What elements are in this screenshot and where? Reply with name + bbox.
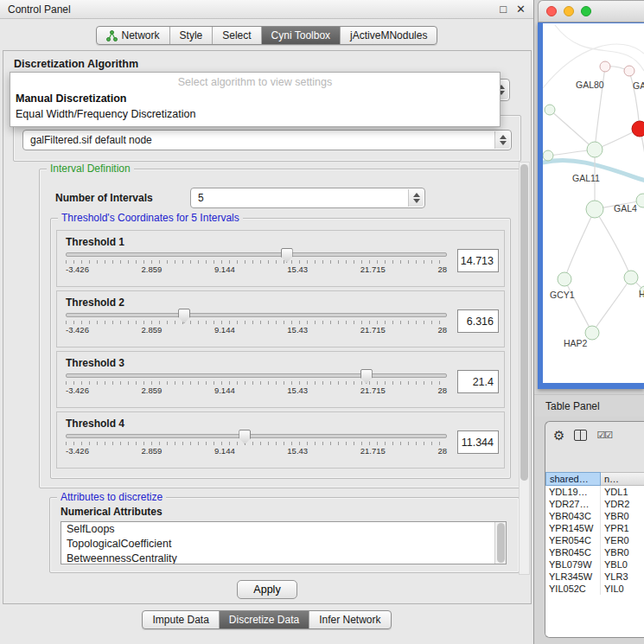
cell-shared-name[interactable]: YLR345W [545,571,601,583]
threshold-4-value-field[interactable]: 11.344 [457,430,499,454]
slider-scale: -3.426 2.859 9.144 15.43 21.715 28 [66,325,447,335]
threshold-3-panel: Threshold 3 -3.426 2.859 9.144 15.43 [56,351,505,408]
network-canvas[interactable]: GAL80 GA GAL11 GAL4 GCY1 HAP2 H [543,23,644,383]
network-node[interactable] [543,150,553,161]
column-header-name[interactable]: n… [601,472,644,486]
table-row[interactable]: YER054C YER0 [545,534,644,546]
network-node[interactable] [636,194,644,207]
zoom-button[interactable] [581,6,591,16]
slider-ticks [66,381,447,385]
tab-cyni-toolbox[interactable]: Cyni Toolbox [261,27,340,44]
network-node[interactable] [586,201,603,218]
scale-label: 21.715 [360,386,386,395]
cell-shared-name[interactable]: YBR045C [545,546,601,558]
network-node[interactable] [558,272,571,286]
tab-jactivemnodules-label: jActiveMNodules [350,29,427,41]
threshold-2-slider[interactable]: -3.426 2.859 9.144 15.43 21.715 28 [66,313,447,335]
cell-name[interactable]: YBR0 [601,510,644,522]
close-icon[interactable]: ✕ [516,3,526,15]
cell-shared-name[interactable]: YDL19… [545,486,601,498]
table-row[interactable]: YPR145W YPR1 [545,522,644,534]
threshold-1-value-field[interactable]: 14.713 [457,249,499,272]
tab-jactivemnodules[interactable]: jActiveMNodules [340,27,437,44]
cell-shared-name[interactable]: YER054C [545,534,601,546]
cell-name[interactable]: YBL0 [601,558,644,571]
list-scrollbar-thumb[interactable] [497,523,505,563]
table-row[interactable]: YDL19… YDL1 [545,486,644,498]
list-item[interactable]: SelfLoops [61,522,506,537]
table-row[interactable]: YBL079W YBL0 [545,558,644,571]
slider-scale: -3.426 2.859 9.144 15.43 21.715 28 [66,446,447,456]
close-button[interactable] [546,6,557,16]
threshold-1-slider[interactable]: -3.426 2.859 9.144 15.43 21.715 28 [66,252,447,274]
select-columns-icon[interactable]: ☑☑ [596,430,612,441]
table-row[interactable]: YBR045C YBR0 [545,546,644,558]
cell-name[interactable]: YBR0 [601,546,644,558]
slider-track[interactable] [66,373,447,378]
cell-name[interactable]: YER0 [601,534,644,546]
table-toolbar: ⚙ ☑☑ [545,422,644,448]
panel-scrollbar[interactable] [519,162,530,575]
network-node[interactable] [545,105,555,115]
algorithm-dropdown-popup: Select algorithm to view settings Manual… [10,72,501,127]
scale-label: -3.426 [66,325,89,335]
table-row[interactable]: YLR345W YLR3 [545,571,644,583]
tab-select[interactable]: Select [212,27,260,44]
slider-scale: -3.426 2.859 9.144 15.43 21.715 28 [66,386,447,395]
num-intervals-combobox[interactable]: 5 [190,188,425,208]
scale-label: 2.859 [142,446,163,456]
columns-icon[interactable] [574,430,587,441]
table-row[interactable]: YBR043C YBR0 [545,510,644,522]
tab-style[interactable]: Style [169,27,213,44]
column-header-shared-name[interactable]: shared… [545,472,601,486]
control-panel-titlebar[interactable]: Control Panel □ ✕ [0,0,533,19]
cell-name[interactable]: YIL0 [601,583,644,595]
cell-name[interactable]: YDL1 [601,486,644,498]
slider-track[interactable] [66,313,447,317]
cell-shared-name[interactable]: YBL079W [545,558,601,571]
cell-shared-name[interactable]: YDR27… [545,498,601,510]
gear-icon[interactable]: ⚙ [553,429,564,442]
combo-stepper-icon[interactable] [494,131,510,149]
network-window-titlebar[interactable] [538,0,644,22]
tab-impute-data[interactable]: Impute Data [143,611,218,628]
apply-button[interactable]: Apply [237,580,297,599]
cell-name[interactable]: YLR3 [601,571,644,583]
table-data-combobox[interactable]: galFiltered.sif default node [22,130,512,150]
minimize-button[interactable] [564,6,574,16]
dropdown-option-manual-discretization[interactable]: Manual Discretization [10,91,500,106]
threshold-4-slider[interactable]: -3.426 2.859 9.144 15.43 21.715 28 [66,434,447,456]
network-node[interactable] [624,66,634,76]
network-node[interactable] [587,142,603,157]
cell-name[interactable]: YDR2 [601,498,644,510]
slider-track[interactable] [66,252,447,257]
combo-stepper-icon[interactable] [408,189,424,207]
network-node[interactable] [624,271,638,284]
cell-shared-name[interactable]: YIL052C [545,583,601,595]
threshold-3-slider[interactable]: -3.426 2.859 9.144 15.43 21.715 28 [66,373,447,395]
checkbox-icon: ☑ [604,430,612,440]
list-item[interactable]: BetweennessCentrality [61,552,506,564]
cell-name[interactable]: YPR1 [601,522,644,534]
tab-cyni-toolbox-label: Cyni Toolbox [271,29,330,41]
network-node-selected[interactable] [632,121,644,137]
tab-impute-data-label: Impute Data [152,614,208,626]
tab-network[interactable]: Network [97,27,169,44]
attributes-group-title: Attributes to discretize [57,491,166,503]
threshold-3-value-field[interactable]: 21.4 [457,370,499,393]
panel-scrollbar-thumb[interactable] [520,164,528,481]
dropdown-option-equal-width-frequency[interactable]: Equal Width/Frequency Discretization [10,106,500,122]
list-item[interactable]: TopologicalCoefficient [61,537,506,552]
slider-track[interactable] [66,434,447,438]
numerical-attributes-list[interactable]: SelfLoops TopologicalCoefficient Between… [61,521,507,564]
float-window-icon[interactable]: □ [500,3,507,15]
network-node[interactable] [600,61,610,72]
cell-shared-name[interactable]: YPR145W [545,522,601,534]
table-row[interactable]: YDR27… YDR2 [545,498,644,510]
list-scrollbar[interactable] [494,522,506,564]
threshold-2-value-field[interactable]: 6.316 [457,309,499,333]
table-row[interactable]: YIL052C YIL0 [545,583,644,595]
cell-shared-name[interactable]: YBR043C [545,510,601,522]
tab-discretize-data[interactable]: Discretize Data [219,611,309,628]
tab-infer-network[interactable]: Infer Network [309,611,390,628]
